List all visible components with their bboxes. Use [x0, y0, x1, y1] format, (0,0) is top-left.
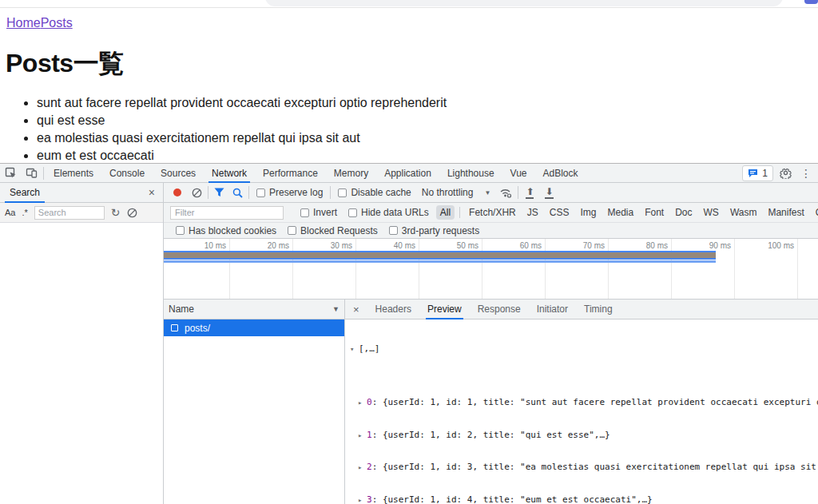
network-overview-timeline[interactable]: 10 ms 20 ms 30 ms 40 ms 50 ms 60 ms 70 m…	[164, 239, 818, 300]
tab-console[interactable]: Console	[101, 164, 153, 183]
timeline-tick: 60 ms	[497, 241, 542, 250]
json-item[interactable]: ▸2: {userId: 1, id: 3, title: "ea molest…	[358, 462, 818, 474]
tab-network[interactable]: Network	[204, 164, 255, 183]
invert-checkbox[interactable]: Invert	[300, 207, 337, 218]
tab-elements[interactable]: Elements	[46, 164, 101, 183]
tab-vue[interactable]: Vue	[502, 164, 535, 183]
filter-type-wasm[interactable]: Wasm	[726, 205, 761, 220]
tab-preview[interactable]: Preview	[419, 300, 470, 319]
timeline-tick: 80 ms	[623, 241, 668, 250]
filter-type-manifest[interactable]: Manifest	[764, 205, 808, 220]
clear-search-icon[interactable]	[127, 208, 137, 218]
record-network-log-button[interactable]	[173, 189, 181, 196]
breadcrumb: HomePosts	[0, 8, 818, 30]
close-detail-icon[interactable]: ×	[345, 304, 367, 315]
filter-type-fetch-xhr[interactable]: Fetch/XHR	[465, 205, 520, 220]
json-item[interactable]: ▸3: {userId: 1, id: 4, title: "eum et es…	[358, 494, 818, 504]
tab-initiator[interactable]: Initiator	[529, 300, 576, 319]
tab-headers[interactable]: Headers	[367, 300, 419, 319]
list-item: eum et est occaecati	[37, 147, 818, 163]
requests-name-header[interactable]: Name ▼	[164, 300, 344, 319]
throttling-dropdown[interactable]: No throttling ▼	[422, 187, 491, 198]
filter-input[interactable]	[170, 206, 284, 220]
preserve-log-checkbox[interactable]: Preserve log	[256, 187, 323, 198]
regex-toggle[interactable]: .*	[22, 208, 27, 217]
filter-type-js[interactable]: JS	[523, 205, 542, 220]
tab-timing[interactable]: Timing	[576, 300, 621, 319]
filter-type-img[interactable]: Img	[576, 205, 600, 220]
tab-performance[interactable]: Performance	[255, 164, 326, 183]
clear-network-log-icon[interactable]	[192, 188, 202, 198]
json-preview-tree: ▾[,…] ▸0: {userId: 1, id: 1, title: "sun…	[345, 319, 818, 504]
close-search-icon[interactable]: ×	[141, 186, 163, 199]
json-item[interactable]: ▸1: {userId: 1, id: 2, title: "qui est e…	[358, 430, 818, 442]
gridline	[229, 239, 230, 299]
tab-lighthouse[interactable]: Lighthouse	[439, 164, 502, 183]
gridline	[292, 239, 293, 299]
filter-type-font[interactable]: Font	[641, 205, 668, 220]
device-toolbar-icon[interactable]	[21, 164, 42, 183]
web-page-content: HomePosts Posts一覧 sunt aut facere repell…	[0, 8, 818, 163]
divider	[518, 186, 518, 199]
avatar[interactable]	[804, 0, 818, 4]
search-drawer-tab[interactable]: Search	[0, 183, 50, 203]
request-row-posts[interactable]: posts/	[164, 319, 344, 336]
network-panel: Preserve log Disable cache No throttling…	[164, 183, 818, 504]
network-conditions-icon[interactable]	[499, 188, 512, 198]
checkbox-icon	[256, 189, 265, 197]
search-input[interactable]	[34, 206, 105, 220]
breadcrumb-link-posts[interactable]: Posts	[41, 16, 73, 30]
tab-memory[interactable]: Memory	[326, 164, 376, 183]
hide-data-urls-checkbox[interactable]: Hide data URLs	[348, 207, 429, 218]
inspect-element-icon[interactable]	[0, 164, 21, 183]
network-filter-row: Invert Hide data URLs All Fetch/XHR JS C…	[164, 203, 818, 223]
filter-type-css[interactable]: CSS	[546, 205, 574, 220]
request-detail-pane: × Headers Preview Response Initiator Tim…	[345, 300, 818, 504]
match-case-toggle[interactable]: Aa	[5, 208, 15, 217]
has-blocked-cookies-checkbox[interactable]: Has blocked cookies	[176, 225, 276, 236]
omnibox-partial[interactable]	[265, 0, 783, 6]
filter-type-all[interactable]: All	[436, 205, 455, 220]
breadcrumb-link-home[interactable]: Home	[6, 16, 41, 30]
gridline	[734, 239, 735, 299]
throttling-value: No throttling	[422, 187, 474, 198]
import-har-icon[interactable]: ⬆	[526, 187, 534, 199]
search-network-icon[interactable]	[232, 188, 243, 198]
checkbox-icon	[348, 208, 357, 217]
json-item[interactable]: ▸0: {userId: 1, id: 1, title: "sunt aut …	[358, 397, 818, 409]
devtools-panel: Elements Console Sources Network Perform…	[0, 163, 818, 504]
document-icon	[171, 324, 178, 331]
page-title: Posts一覧	[0, 30, 818, 81]
filter-funnel-icon[interactable]	[214, 188, 224, 197]
third-party-requests-label: 3rd-party requests	[402, 225, 479, 236]
collapsed-arrow-icon: ▸	[358, 462, 367, 474]
tab-response[interactable]: Response	[470, 300, 529, 319]
tab-adblock[interactable]: AdBlock	[535, 164, 586, 183]
filter-type-media[interactable]: Media	[603, 205, 637, 220]
tab-application[interactable]: Application	[376, 164, 439, 183]
export-har-icon[interactable]: ⬇	[545, 187, 553, 199]
filter-type-other[interactable]: Other	[812, 205, 818, 220]
more-options-icon[interactable]: ⋮	[797, 167, 815, 180]
third-party-requests-checkbox[interactable]: 3rd-party requests	[389, 225, 479, 236]
has-blocked-cookies-label: Has blocked cookies	[189, 225, 276, 236]
timeline-tick: 30 ms	[308, 241, 352, 250]
filter-type-ws[interactable]: WS	[700, 205, 723, 220]
overview-request-bar-secondary	[164, 260, 716, 263]
checkbox-icon	[338, 189, 347, 197]
list-item: ea molestias quasi exercitationem repell…	[37, 129, 818, 147]
gridline	[545, 239, 546, 299]
checkbox-icon	[288, 226, 296, 235]
issues-badge[interactable]: 1	[742, 165, 773, 181]
dropdown-caret-icon: ▼	[484, 189, 490, 196]
tab-sources[interactable]: Sources	[153, 164, 204, 183]
timeline-tick: 70 ms	[560, 241, 605, 250]
gridline	[419, 239, 419, 299]
refresh-search-icon[interactable]: ↻	[111, 207, 121, 218]
json-root-node[interactable]: ▾[,…]	[350, 343, 818, 355]
filter-type-doc[interactable]: Doc	[671, 205, 696, 220]
blocked-requests-label: Blocked Requests	[300, 225, 378, 236]
disable-cache-checkbox[interactable]: Disable cache	[338, 187, 411, 198]
settings-gear-icon[interactable]	[780, 167, 797, 179]
blocked-requests-checkbox[interactable]: Blocked Requests	[288, 225, 378, 236]
